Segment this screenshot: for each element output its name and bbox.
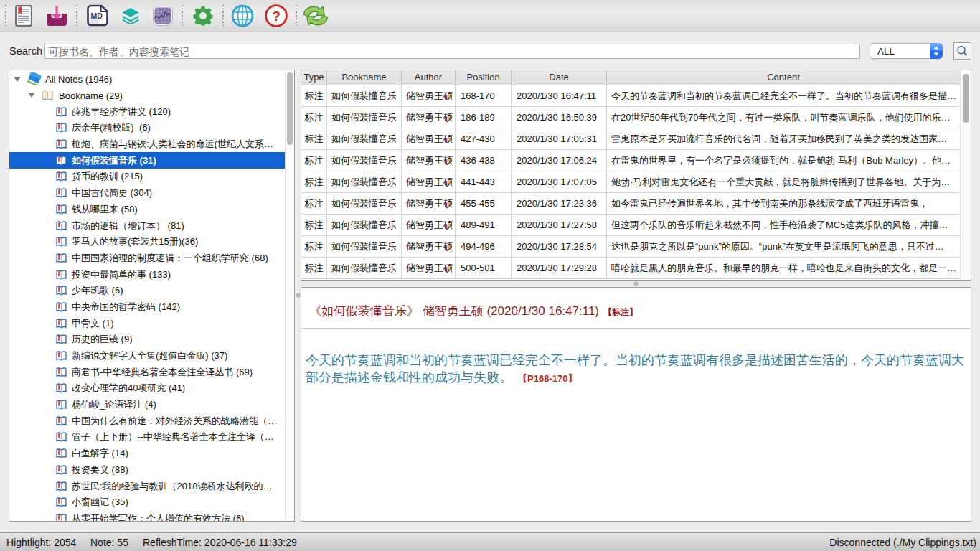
- tree-scrollbar-thumb[interactable]: [287, 72, 293, 145]
- tree-item[interactable]: 管子（上下册）--中华经典名著全本全注全译（…: [9, 429, 285, 446]
- tree-item[interactable]: 从零开始学写作：个人增值的有效方法 (6): [9, 511, 285, 522]
- tree-item-label: 小窗幽记 (35): [72, 496, 128, 509]
- tree-item[interactable]: 中国为什么有前途：对外经济关系的战略潜能（…: [9, 413, 285, 429]
- tree-item[interactable]: 杨伯峻_论语译注 (4): [9, 397, 285, 413]
- expander-triangle-icon[interactable]: [14, 77, 21, 83]
- horizontal-splitter[interactable]: [301, 281, 971, 287]
- tree-item[interactable]: Bookname (29): [9, 88, 285, 104]
- tree-item[interactable]: 罗马人的故事(套装共15册)(36): [9, 234, 285, 250]
- detail-title: 《如何假装懂音乐》 储智勇王硕 (2020/1/30 16:47:11)【标注】: [309, 303, 638, 319]
- tree-item[interactable]: 枪炮、病菌与钢铁:人类社会的命运(世纪人文系…: [9, 136, 285, 153]
- table-row[interactable]: 标注如何假装懂音乐储智勇王硕455-4552020/1/30 17:23:36如…: [301, 193, 971, 215]
- column-header-bookname[interactable]: Bookname: [327, 70, 402, 85]
- tree-item-label: 中国古代简史 (304): [72, 187, 152, 199]
- search-bar: Search ALL: [0, 33, 980, 69]
- tree-item[interactable]: 商君书-中华经典名著全本全注全译丛书 (69): [9, 364, 285, 380]
- column-header-type[interactable]: Type: [301, 70, 327, 85]
- book-icon: [56, 221, 67, 231]
- tree-item[interactable]: 少年凯歌 (6): [9, 283, 285, 299]
- column-header-position[interactable]: Position: [456, 70, 512, 85]
- tree-item-label: 货币的教训 (215): [72, 170, 143, 183]
- import-icon[interactable]: [46, 6, 67, 27]
- cell-type: 标注: [301, 236, 327, 257]
- tree-item-label: All Notes (1946): [45, 74, 112, 85]
- table-row[interactable]: 标注如何假装懂音乐储智勇王硕427-4302020/1/30 17:05:31雷…: [301, 128, 971, 150]
- table-row[interactable]: 标注如何假装懂音乐储智勇王硕186-1892020/1/30 16:50:39在…: [301, 107, 971, 128]
- tree-item-selected[interactable]: 如何假装懂音乐 (31): [9, 152, 285, 169]
- tree-item-label: 商君书-中华经典名著全本全注全译丛书 (69): [72, 366, 253, 379]
- table-scrollbar-thumb[interactable]: [963, 74, 969, 123]
- tree-item-label: 杨伯峻_论语译注 (4): [72, 398, 156, 411]
- cell-content: 但这两个乐队的音乐听起来截然不同，性手枪沿袭了MC5这类乐队的风格，冲撞…: [607, 215, 960, 235]
- column-header-author[interactable]: Author: [402, 70, 456, 85]
- table-row[interactable]: 标注如何假装懂音乐储智勇王硕500-5012020/1/30 17:29:28嘻…: [301, 258, 971, 279]
- table-scrollbar[interactable]: [960, 70, 971, 280]
- tree-item[interactable]: 中国古代简史 (304): [9, 185, 285, 202]
- table-row[interactable]: 标注如何假装懂音乐储智勇王硕168-1702020/1/30 16:47:11今…: [301, 85, 971, 107]
- tree-item-label: 枪炮、病菌与钢铁:人类社会的命运(世纪人文系…: [72, 138, 273, 151]
- tree-item[interactable]: 新编说文解字大全集(超值白金版) (37): [9, 348, 285, 364]
- search-input[interactable]: [44, 44, 860, 59]
- tree-item[interactable]: 甲骨文 (1): [9, 315, 285, 331]
- book-icon: [56, 497, 67, 507]
- refresh-icon[interactable]: [301, 4, 330, 27]
- note-detail-panel: 《如何假装懂音乐》 储智勇王硕 (2020/1/30 16:47:11)【标注】…: [301, 287, 971, 522]
- table-row[interactable]: 标注如何假装懂音乐储智勇王硕494-4962020/1/30 17:28:54这…: [301, 236, 971, 258]
- tree-item[interactable]: 庆余年(精校版) (6): [9, 120, 285, 136]
- tree-item[interactable]: 投资中最简单的事 (133): [9, 266, 285, 283]
- column-header-content[interactable]: Content: [607, 70, 960, 85]
- tree-item-label: 新编说文解字大全集(超值白金版) (37): [72, 349, 227, 362]
- cell-type: 标注: [301, 171, 327, 192]
- book-icon: [56, 319, 67, 329]
- status-highlight-count: Hightlight: 2054: [6, 537, 76, 548]
- book-icon: [56, 107, 67, 117]
- tree-item[interactable]: 投资要义 (88): [9, 462, 285, 479]
- search-button[interactable]: [953, 42, 971, 60]
- filter-dropdown[interactable]: ALL: [870, 43, 943, 59]
- tree-item-label: 从零开始学写作：个人增值的有效方法 (6): [72, 512, 245, 522]
- tree-item[interactable]: 市场的逻辑（增订本） (81): [9, 217, 285, 234]
- vertical-splitter[interactable]: [295, 70, 301, 522]
- tree-item[interactable]: 小窗幽记 (35): [9, 494, 285, 511]
- cell-position: 455-455: [456, 193, 512, 214]
- tree-item[interactable]: 白鱼解字 (14): [9, 446, 285, 462]
- cell-date: 2020/1/30 17:23:36: [512, 193, 607, 214]
- book-icon: [56, 302, 67, 312]
- toolbar-separator: [296, 5, 297, 28]
- magnifier-icon: [956, 45, 969, 57]
- tree-item[interactable]: 改变心理学的40项研究 (41): [9, 380, 285, 397]
- toolbar: MD: [0, 0, 980, 32]
- cell-content: 今天的节奏蓝调和当初的节奏蓝调已经完全不一样了。当初的节奏蓝调有很多是描…: [607, 85, 960, 106]
- table-row[interactable]: 标注如何假装懂音乐储智勇王硕489-4912020/1/30 17:27:58但…: [301, 215, 971, 236]
- website-globe-icon[interactable]: [232, 5, 254, 27]
- markdown-file-icon[interactable]: MD: [87, 5, 108, 27]
- layers-icon[interactable]: [123, 8, 139, 24]
- help-icon[interactable]: ?: [265, 4, 288, 27]
- tree-item[interactable]: 薛兆丰经济学讲义 (120): [9, 103, 285, 120]
- tree-item[interactable]: 中国国家治理的制度逻辑：一个组织学研究 (68): [9, 250, 285, 267]
- tree-item[interactable]: 钱从哪里来 (58): [9, 202, 285, 218]
- table-row[interactable]: 标注如何假装懂音乐储智勇王硕436-4382020/1/30 17:06:24在…: [301, 150, 971, 171]
- tree-item[interactable]: All Notes (1946): [9, 71, 285, 88]
- cell-position: 168-170: [456, 85, 512, 106]
- tree-item[interactable]: 历史的巨镜 (9): [9, 331, 285, 348]
- tree-item[interactable]: 货币的教训 (215): [9, 169, 285, 185]
- cell-bookname: 如何假装懂音乐: [327, 171, 402, 192]
- tree-scrollbar[interactable]: [285, 70, 294, 521]
- cell-bookname: 如何假装懂音乐: [327, 85, 402, 106]
- book-icon: [56, 204, 67, 215]
- book-icon: [56, 416, 67, 426]
- tree-item[interactable]: 苏世民:我的经验与教训（2018读桥水达利欧的…: [9, 478, 285, 494]
- statistics-icon[interactable]: [153, 6, 173, 26]
- table-row[interactable]: 标注如何假装懂音乐储智勇王硕441-4432020/1/30 17:07:05鲍…: [301, 171, 971, 193]
- expander-triangle-icon[interactable]: [28, 93, 35, 98]
- cell-bookname: 如何假装懂音乐: [327, 128, 402, 149]
- tree-item[interactable]: 中央帝国的哲学密码 (142): [9, 299, 285, 316]
- book-icon: [56, 270, 67, 280]
- cell-type: 标注: [301, 193, 327, 214]
- settings-gear-icon[interactable]: [194, 6, 213, 26]
- tree-item-label: 管子（上下册）--中华经典名著全本全注全译（…: [72, 430, 274, 443]
- clippings-note-icon[interactable]: [15, 5, 32, 27]
- column-header-date[interactable]: Date: [512, 70, 607, 85]
- cell-date: 2020/1/30 16:50:39: [512, 107, 607, 128]
